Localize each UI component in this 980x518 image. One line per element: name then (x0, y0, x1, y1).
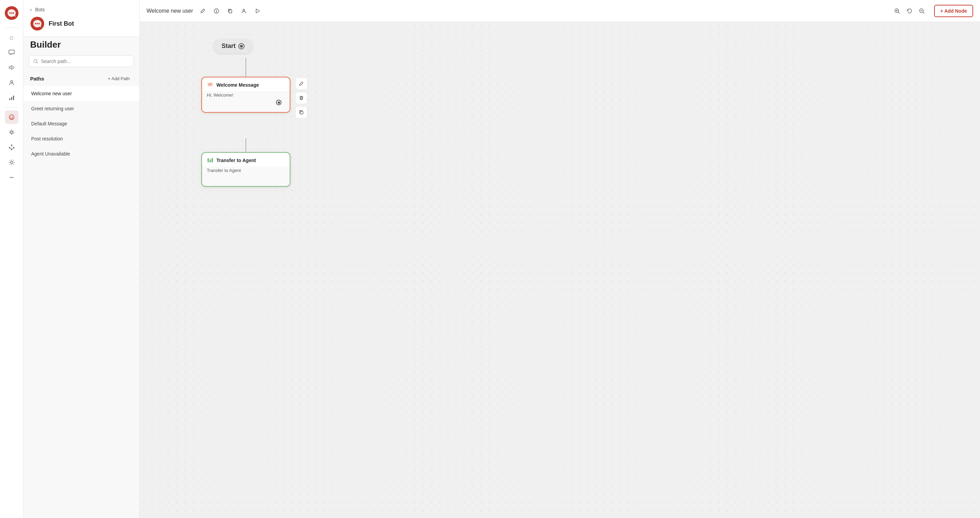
svg-point-5 (11, 81, 13, 83)
path-item-agent-unavailable[interactable]: Agent Unavailable (23, 146, 139, 161)
toolbar-info-button[interactable] (211, 5, 222, 16)
nav-home-icon[interactable]: ⌂ (5, 30, 19, 44)
node-edit-button[interactable] (295, 77, 307, 90)
welcome-message-body: Hi, Welcome! (202, 91, 290, 112)
svg-point-18 (10, 177, 11, 178)
back-arrow[interactable]: ‹ (30, 7, 32, 12)
toolbar-edit-button[interactable] (197, 5, 208, 16)
paths-header: Paths + Add Path (23, 71, 139, 86)
toolbar-play-button[interactable] (252, 5, 263, 16)
toolbar: Welcome new user + Add Node (140, 0, 980, 22)
toolbar-person-button[interactable] (238, 5, 249, 16)
svg-rect-33 (300, 112, 303, 114)
svg-rect-7 (11, 97, 12, 100)
svg-point-23 (37, 23, 38, 24)
nav-more-icon[interactable] (5, 171, 19, 184)
path-item-post-resolution[interactable]: Post resolution (23, 131, 139, 146)
svg-point-24 (38, 23, 40, 24)
node-actions (295, 77, 307, 118)
nav-divider-top (5, 27, 19, 28)
svg-point-3 (13, 12, 14, 14)
toolbar-zoom-in-button[interactable] (892, 5, 903, 16)
search-icon (33, 59, 38, 64)
sidebar-title: Builder (23, 37, 139, 53)
svg-point-28 (243, 9, 245, 11)
transfer-agent-title: Transfer to Agent (216, 158, 256, 163)
sidebar-bot-logo (30, 16, 45, 31)
add-path-button[interactable]: + Add Path (105, 75, 132, 83)
bot-name: First Bot (49, 20, 74, 27)
nav-bots-icon[interactable] (5, 110, 19, 124)
start-dot (238, 43, 245, 49)
start-label: Start (221, 43, 235, 50)
transfer-node-icon (207, 157, 214, 164)
svg-point-17 (11, 161, 13, 163)
nav-megaphone-icon[interactable] (5, 61, 19, 74)
svg-marker-29 (256, 9, 259, 13)
svg-rect-16 (11, 149, 12, 150)
message-node-icon (207, 81, 214, 88)
sidebar: ‹ Bots First Bot Builder Paths + Add Pat… (23, 0, 140, 518)
path-list: Welcome new user Greet returning user De… (23, 86, 139, 518)
svg-rect-13 (11, 145, 12, 146)
welcome-message-node: Welcome Message Hi, Welcome! (201, 77, 290, 113)
back-label[interactable]: Bots (35, 7, 45, 12)
svg-point-2 (11, 12, 12, 14)
bottom-dot (276, 100, 282, 105)
svg-point-19 (11, 177, 12, 178)
paths-label: Paths (30, 76, 44, 81)
svg-rect-6 (9, 98, 10, 100)
nav-chat-icon[interactable] (5, 46, 19, 59)
path-item-welcome-new-user[interactable]: Welcome new user (23, 86, 139, 101)
nav-settings-icon[interactable] (5, 156, 19, 169)
app-logo[interactable] (3, 4, 21, 22)
toolbar-copy-button[interactable] (224, 5, 235, 16)
svg-point-10 (10, 117, 11, 118)
left-navigation: ⌂ (0, 0, 23, 518)
nav-hierarchy-icon[interactable] (5, 140, 19, 154)
canvas: Start Welcome Message Hi (140, 22, 980, 518)
svg-point-1 (9, 12, 11, 14)
start-node: Start (213, 39, 253, 53)
nav-reports-icon[interactable] (5, 91, 19, 105)
svg-point-11 (12, 117, 13, 118)
svg-point-22 (35, 23, 36, 24)
nav-integrations-icon[interactable] (5, 125, 19, 139)
nav-divider-mid (5, 107, 19, 108)
svg-rect-36 (212, 158, 213, 163)
transfer-agent-header: Transfer to Agent (202, 153, 290, 166)
welcome-message-bottom-dot (207, 98, 285, 107)
add-node-button[interactable]: + Add Node (934, 5, 973, 17)
svg-rect-35 (210, 159, 211, 163)
node-copy-button[interactable] (295, 106, 307, 118)
nav-contacts-icon[interactable] (5, 76, 19, 89)
node-delete-button[interactable] (295, 92, 307, 104)
toolbar-path-name: Welcome new user (146, 8, 193, 14)
svg-rect-4 (9, 50, 14, 54)
svg-rect-15 (13, 147, 14, 148)
bot-name-row: ‹ Bots (30, 7, 132, 12)
svg-rect-8 (13, 96, 14, 100)
start-dot-inner (240, 45, 243, 48)
welcome-message-header: Welcome Message (202, 77, 290, 91)
svg-rect-32 (208, 83, 213, 86)
search-input[interactable] (41, 59, 129, 64)
svg-point-12 (11, 131, 13, 133)
flow-container: Start Welcome Message Hi (140, 22, 980, 518)
transfer-agent-body: Transfer to Agent (202, 166, 290, 186)
path-item-default-message[interactable]: Default Message (23, 116, 139, 131)
svg-rect-14 (9, 147, 10, 148)
transfer-to-agent-node: Transfer to Agent Transfer to Agent (201, 152, 290, 187)
path-item-greet-returning-user[interactable]: Greet returning user (23, 101, 139, 116)
svg-rect-27 (229, 10, 232, 13)
toolbar-undo-button[interactable] (904, 5, 915, 16)
toolbar-zoom-out-button[interactable] (916, 5, 927, 16)
main-area: Welcome new user + Add Node (140, 0, 980, 518)
svg-point-20 (12, 177, 13, 178)
sidebar-header: ‹ Bots First Bot (23, 0, 139, 37)
search-wrapper (29, 56, 134, 67)
search-container (23, 53, 139, 71)
welcome-message-title: Welcome Message (216, 82, 259, 88)
toolbar-zoom-group (892, 5, 927, 16)
svg-rect-34 (207, 158, 209, 163)
